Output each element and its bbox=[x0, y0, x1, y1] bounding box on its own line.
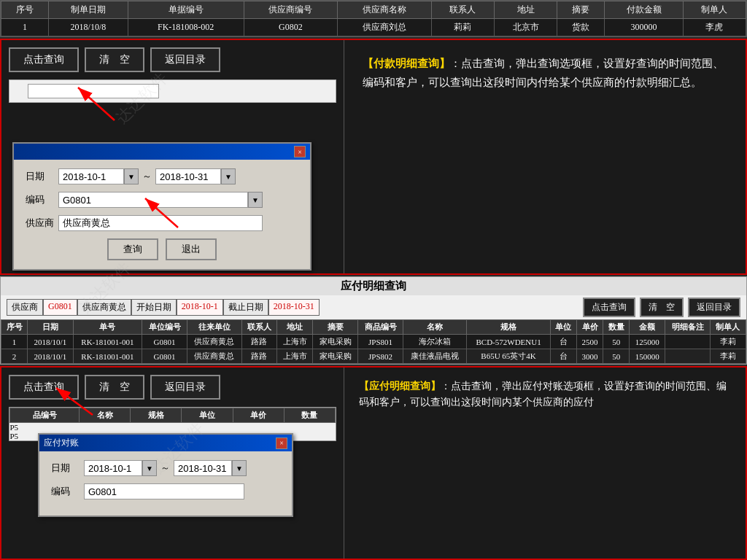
query-dialog: × 日期 ▼ ～ ▼ 编码 ▼ bbox=[12, 142, 311, 271]
result-cell: 路路 bbox=[241, 349, 277, 364]
r-col-unit-code: 单位编号 bbox=[142, 320, 187, 335]
payable-date-start-input[interactable] bbox=[84, 460, 142, 476]
cell-address: 北京市 bbox=[494, 19, 557, 36]
m-cell-qty bbox=[284, 423, 335, 432]
date-end-dropdown[interactable]: ▼ bbox=[221, 168, 236, 184]
svg-line-3 bbox=[145, 198, 178, 228]
dialog-query-button[interactable]: 查询 bbox=[107, 238, 158, 260]
col-supplier-name: 供应商名称 bbox=[338, 1, 432, 19]
payable-dialog-titlebar: 应付对账 × bbox=[39, 435, 292, 451]
payable-date-end-input[interactable] bbox=[174, 460, 232, 476]
dialog-content: 日期 ▼ ～ ▼ 编码 ▼ bbox=[14, 160, 310, 269]
results-controls: 供应商 G0801 供应商黄总 开始日期 2018-10-1 截止日期 2018… bbox=[1, 295, 746, 319]
payable-dialog-content: 日期 ▼ ～ ▼ 编码 bbox=[39, 451, 292, 516]
date-start-input[interactable] bbox=[58, 168, 124, 184]
supplier-label: 供应商 bbox=[26, 217, 58, 230]
col-contact: 联系人 bbox=[431, 1, 494, 19]
bottom-back-button[interactable]: 返回目录 bbox=[150, 375, 220, 400]
results-btn-row: 点击查询 清 空 返回目录 bbox=[583, 298, 740, 317]
results-back-button[interactable]: 返回目录 bbox=[688, 298, 740, 317]
result-cell: 路路 bbox=[241, 335, 277, 349]
filter-start-label: 开始日期 bbox=[131, 299, 177, 316]
code-dropdown[interactable]: ▼ bbox=[248, 192, 263, 208]
bottom-arrow bbox=[45, 382, 96, 421]
bottom-description: 【应付明细查询】：点击查询，弹出应付对账选项框，设置好查询的时间范围、编码和客户… bbox=[359, 378, 731, 411]
right-panel: 【付款明细查询】：点击查询，弹出查询选项框，设置好查询的时间范围、编码和客户，可… bbox=[344, 40, 746, 273]
col-date: 制单日期 bbox=[49, 1, 128, 19]
r-col-seq: 序号 bbox=[1, 320, 28, 335]
result-cell: 康佳液晶电视 bbox=[403, 349, 466, 364]
payable-dialog-close[interactable]: × bbox=[276, 438, 287, 449]
result-table-row: 22018/10/1RK-181001-001G0801供应商黄总路路上海市家电… bbox=[1, 349, 746, 364]
back-button[interactable]: 返回目录 bbox=[150, 47, 220, 72]
payable-dialog: 应付对账 × 日期 ▼ ～ ▼ 编码 bbox=[38, 433, 293, 517]
result-cell: 50 bbox=[603, 349, 630, 364]
top-table-section: 序号 制单日期 单据编号 供应商编号 供应商名称 联系人 地址 摘要 付款金额 … bbox=[0, 0, 747, 37]
r-col-partner: 往来单位 bbox=[187, 320, 241, 335]
result-cell: 李莉 bbox=[710, 349, 746, 364]
result-cell: 2018/10/1 bbox=[28, 349, 74, 364]
col-amount: 付款金额 bbox=[605, 1, 683, 19]
clear-button[interactable]: 清 空 bbox=[85, 47, 144, 72]
query-button[interactable]: 点击查询 bbox=[9, 47, 79, 72]
r-col-summary: 摘要 bbox=[313, 320, 358, 335]
payable-code-label: 编码 bbox=[51, 485, 84, 498]
result-table-row: 12018/10/1RK-181001-001G0801供应商黄总路路上海市家电… bbox=[1, 335, 746, 349]
col-creator: 制单人 bbox=[683, 1, 746, 19]
bottom-left-panel: 点击查询 清 空 返回目录 品编号 名称 规格 单位 单价 数量 bbox=[1, 368, 344, 559]
input-area bbox=[9, 79, 336, 103]
payable-date-label: 日期 bbox=[51, 462, 84, 475]
m-col-qty: 数量 bbox=[284, 408, 335, 423]
result-cell: 台 bbox=[550, 349, 576, 364]
result-cell: RK-181001-001 bbox=[73, 349, 142, 364]
bottom-right-panel: 【应付明细查询】：点击查询，弹出应付对账选项框，设置好查询的时间范围、编码和客户… bbox=[344, 368, 746, 559]
dialog-close-button[interactable]: × bbox=[294, 146, 306, 158]
results-title: 应付明细查询 bbox=[7, 279, 740, 293]
col-address: 地址 bbox=[494, 1, 557, 19]
payment-table: 序号 制单日期 单据编号 供应商编号 供应商名称 联系人 地址 摘要 付款金额 … bbox=[1, 1, 746, 36]
results-query-button[interactable]: 点击查询 bbox=[583, 298, 635, 317]
r-col-qty: 数量 bbox=[603, 320, 630, 335]
result-cell bbox=[665, 335, 711, 349]
r-col-contact: 联系人 bbox=[241, 320, 277, 335]
result-cell: G0801 bbox=[142, 349, 187, 364]
r-col-prod-no: 商品编号 bbox=[358, 320, 403, 335]
right-description: 【付款明细查询】：点击查询，弹出查询选项框，设置好查询的时间范围、编码和客户，可… bbox=[363, 55, 727, 92]
result-cell: 家电采购 bbox=[313, 349, 358, 364]
r-col-amount: 金额 bbox=[630, 320, 665, 335]
cell-summary: 货款 bbox=[557, 19, 605, 36]
result-cell: 125000 bbox=[630, 335, 665, 349]
date-end-input[interactable] bbox=[155, 168, 221, 184]
dialog-titlebar: × bbox=[14, 144, 310, 160]
date-start-dropdown[interactable]: ▼ bbox=[124, 168, 139, 184]
r-col-spec: 规格 bbox=[467, 320, 550, 335]
results-clear-button[interactable]: 清 空 bbox=[640, 298, 684, 317]
payable-date-end-dropdown[interactable]: ▼ bbox=[232, 460, 247, 476]
filter-end-date: 2018-10-31 bbox=[268, 299, 320, 316]
table-row: 1 2018/10/8 FK-181008-002 G0802 供应商刘总 莉莉… bbox=[1, 19, 746, 36]
m-col-price: 单价 bbox=[233, 408, 284, 423]
payable-tilde: ～ bbox=[160, 462, 170, 475]
m-col-unit: 单位 bbox=[182, 408, 233, 423]
result-cell: G0801 bbox=[142, 335, 187, 349]
cell-creator: 李虎 bbox=[683, 19, 746, 36]
payable-code-input[interactable] bbox=[84, 483, 244, 499]
payable-dialog-title: 应付对账 bbox=[44, 437, 79, 449]
m-cell-spec bbox=[131, 423, 182, 432]
r-col-remark: 明细备注 bbox=[665, 320, 711, 335]
r-col-docno: 单号 bbox=[73, 320, 142, 335]
payable-date-start-dropdown[interactable]: ▼ bbox=[142, 460, 157, 476]
payable-code-row: 编码 bbox=[51, 483, 280, 499]
r-col-price: 单价 bbox=[576, 320, 603, 335]
result-cell: JPS802 bbox=[358, 349, 403, 364]
query-results-section: 应付明细查询 供应商 G0801 供应商黄总 开始日期 2018-10-1 截止… bbox=[0, 276, 747, 365]
dialog-exit-button[interactable]: 退出 bbox=[166, 238, 217, 260]
result-cell: 3000 bbox=[576, 349, 603, 364]
filter-start-date: 2018-10-1 bbox=[177, 299, 223, 316]
m-cell-name bbox=[80, 423, 131, 432]
payable-date-row: 日期 ▼ ～ ▼ bbox=[51, 460, 280, 476]
result-cell: 李莉 bbox=[710, 335, 746, 349]
result-cell: RK-181001-001 bbox=[73, 335, 142, 349]
code-arrow bbox=[138, 195, 182, 234]
result-cell bbox=[665, 349, 711, 364]
